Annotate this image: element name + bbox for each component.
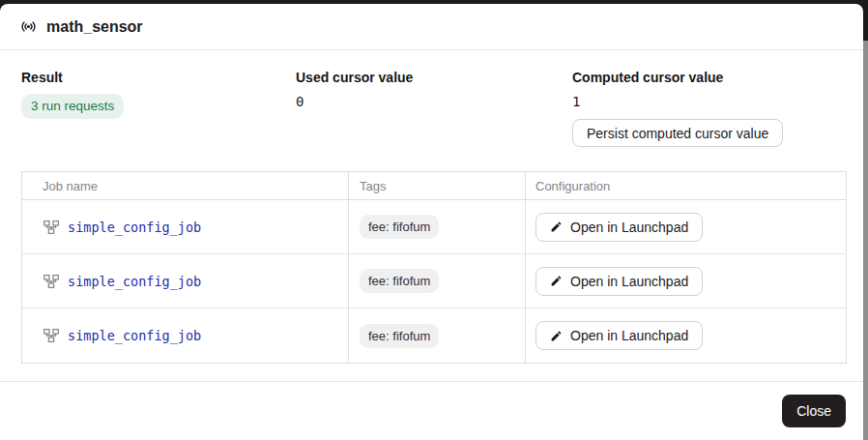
job-graph-icon <box>43 219 60 236</box>
job-graph-icon <box>43 327 60 344</box>
job-name-link[interactable]: simple_config_job <box>43 219 201 236</box>
table-header-row: Job name Tags Configuration <box>22 172 846 200</box>
column-header-job-name: Job name <box>22 172 349 199</box>
tag-pill: fee: fifofum <box>360 269 439 293</box>
scrollbar[interactable] <box>863 41 868 440</box>
open-in-launchpad-button[interactable]: Open in Launchpad <box>535 267 703 296</box>
result-column: Result 3 run requests <box>21 70 296 119</box>
table-row: simple_config_job fee: fifofum Open in L… <box>22 308 846 363</box>
job-name-link[interactable]: simple_config_job <box>43 273 201 290</box>
used-cursor-column: Used cursor value 0 <box>296 70 572 109</box>
column-header-tags: Tags <box>349 172 526 199</box>
table-row: simple_config_job fee: fifofum Open in L… <box>22 200 846 254</box>
used-cursor-value: 0 <box>296 94 572 109</box>
open-in-launchpad-button[interactable]: Open in Launchpad <box>535 321 703 350</box>
tag-pill: fee: fifofum <box>360 215 439 239</box>
job-name-text: simple_config_job <box>68 328 201 343</box>
tag-pill: fee: fifofum <box>360 324 439 348</box>
column-header-configuration: Configuration <box>526 172 846 199</box>
result-label: Result <box>21 70 296 85</box>
launchpad-button-label: Open in Launchpad <box>570 328 688 343</box>
launchpad-button-label: Open in Launchpad <box>570 220 688 235</box>
pencil-icon <box>550 220 563 233</box>
job-graph-icon <box>43 273 60 290</box>
pencil-icon <box>550 275 563 287</box>
computed-cursor-label: Computed cursor value <box>572 70 842 85</box>
job-name-text: simple_config_job <box>68 274 201 289</box>
used-cursor-label: Used cursor value <box>296 70 572 85</box>
page-title: math_sensor <box>46 18 143 36</box>
close-button[interactable]: Close <box>782 395 846 427</box>
dialog-footer: Close <box>0 381 863 440</box>
open-in-launchpad-button[interactable]: Open in Launchpad <box>535 213 703 242</box>
computed-cursor-value: 1 <box>572 94 842 109</box>
job-name-text: simple_config_job <box>68 220 201 235</box>
dialog-header: math_sensor <box>0 4 863 50</box>
sensor-evaluation-dialog: math_sensor Result 3 run requests Used c… <box>0 4 863 440</box>
computed-cursor-column: Computed cursor value 1 Persist computed… <box>572 70 842 147</box>
run-requests-badge: 3 run requests <box>21 94 124 119</box>
run-requests-table: Job name Tags Configuration simple_confi… <box>21 171 847 364</box>
pencil-icon <box>550 330 563 342</box>
persist-cursor-button[interactable]: Persist computed cursor value <box>572 119 783 147</box>
job-name-link[interactable]: simple_config_job <box>43 327 201 344</box>
table-row: simple_config_job fee: fifofum Open in L… <box>22 254 846 308</box>
evaluation-summary: Result 3 run requests Used cursor value … <box>0 50 863 171</box>
sensor-signal-icon <box>19 17 38 36</box>
launchpad-button-label: Open in Launchpad <box>570 274 688 289</box>
